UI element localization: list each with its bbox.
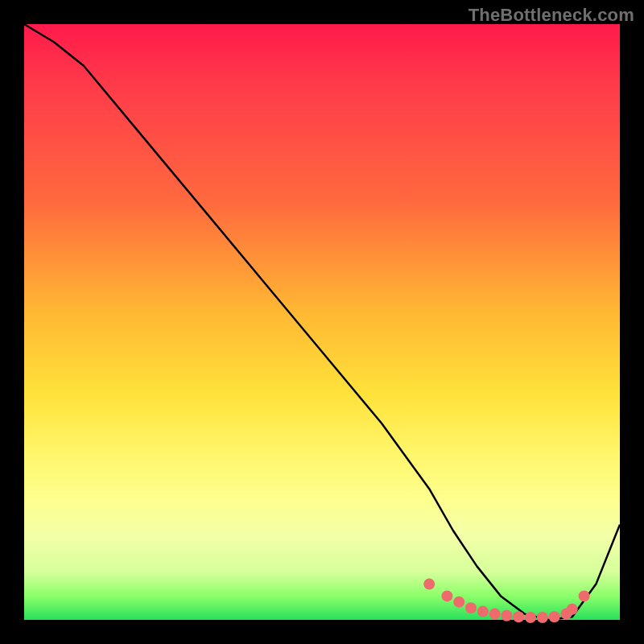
plot-area [24, 24, 620, 620]
chart-frame: TheBottleneck.com [0, 0, 644, 644]
watermark-text: TheBottleneck.com [469, 5, 634, 26]
